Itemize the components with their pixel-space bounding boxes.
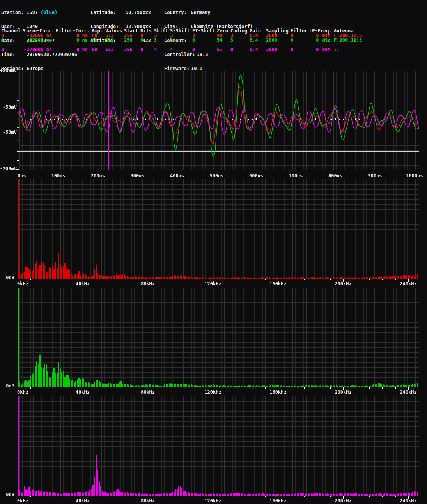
- channel-table-cell: 3: [154, 38, 170, 42]
- channel-table-header-cell: Filter: [291, 28, 309, 33]
- channel-table-cell: 3: [1, 47, 23, 52]
- channel-table-cell: 8: [140, 38, 154, 42]
- spectrum-chart-channel-3: [0, 396, 427, 504]
- channel-table-cell: [1, 42, 23, 47]
- channel-table-cell: 512: [105, 47, 124, 52]
- channel-table-cell: 0 ns: [56, 38, 92, 42]
- controller-label: Controller:: [164, 52, 197, 57]
- channel-table-header-cell: Channel: [1, 28, 23, 33]
- channel-table-cell: 54: [217, 38, 230, 42]
- channel-table-cell: 0: [291, 38, 309, 42]
- channel-table-cell: 512: [105, 38, 124, 42]
- channel-table-row: 3-278000 ns0 nsE051225684405108.4200000 …: [1, 47, 381, 52]
- channel-table-cell: [291, 42, 309, 47]
- channel-table-cell: 0: [192, 47, 217, 52]
- channel-table-cell: [192, 42, 217, 47]
- station-label: Station:: [1, 10, 27, 15]
- channel-table-cell: 0: [192, 33, 217, 38]
- channel-table-header-cell: FT-Shift: [192, 28, 217, 33]
- channel-table-cell: 0: [291, 33, 309, 38]
- controller-line: Controller:19.3: [164, 52, 253, 57]
- channel-table-cell: ;;: [334, 47, 381, 52]
- time-line: Time:20:09:28.772929795: [1, 52, 77, 57]
- channel-table-cell: F;200,12;S: [334, 38, 381, 42]
- channel-table-cell: 2000: [266, 47, 291, 52]
- channel-table-cell: 0 kHz: [309, 38, 334, 42]
- channel-table-cell: 4: [170, 47, 192, 52]
- channel-table-cell: 4: [154, 47, 170, 52]
- time-label: Time:: [1, 52, 27, 57]
- channel-table-cell: [230, 42, 250, 47]
- latitude-label: Latitude:: [90, 10, 119, 15]
- channel-table-cell: 256: [124, 47, 140, 52]
- channel-table-header-cell: S-Shift: [170, 28, 192, 33]
- channel-table-cell: 3: [170, 33, 192, 38]
- channel-table-cell: 3: [230, 38, 250, 42]
- signal-monitor-screen: Station:1597(blue) User:1349 Date:2025-1…: [0, 0, 427, 504]
- channel-table-cell: 8.4: [250, 47, 266, 52]
- station-color-tag: (blue): [41, 10, 57, 15]
- waveform-chart: [0, 69, 427, 178]
- station-number: 1597: [27, 10, 38, 15]
- channel-table-cell: 0 kHz: [309, 47, 334, 52]
- channel-table-row: 1-82000 ns0 nsH051225683305438.4200000 k…: [1, 38, 381, 42]
- channel-table-cell: 0 ns: [56, 47, 92, 52]
- spectrum-chart-channel-1: [0, 287, 427, 396]
- country-value: Germany: [191, 10, 211, 15]
- channel-table-cell: [334, 42, 381, 47]
- channel-table-cell: 0: [192, 38, 217, 42]
- channel-table-cell: 2000: [266, 38, 291, 42]
- channel-table-cell: 0: [291, 47, 309, 52]
- channel-table-cell: 1: [1, 38, 23, 42]
- controller-value: 19.3: [197, 52, 208, 57]
- channel-table-cell: [170, 42, 192, 47]
- country-line: Country:Germany: [164, 10, 253, 15]
- channel-table: ChannelSieve-Corr.Filter-Corr.Amp.Values…: [1, 28, 381, 52]
- channel-table-cell: 0: [230, 47, 250, 52]
- station-line: Station:1597(blue): [1, 10, 77, 15]
- channel-table-cell: 8.4: [250, 38, 266, 42]
- latitude-line: Latitude:50.79xxxx: [90, 10, 151, 15]
- channel-table-cell: 3: [170, 38, 192, 42]
- channel-table-cell: 8: [140, 47, 154, 52]
- latitude-value: 50.79xxxx: [119, 10, 151, 15]
- spectrum-chart-channel-0: [0, 178, 427, 287]
- channel-table-cell: H0: [92, 38, 105, 42]
- channel-table-cell: 0: [1, 33, 23, 38]
- country-label: Country:: [164, 10, 191, 15]
- time-value: 20:09:28.772929795: [27, 52, 77, 57]
- channel-table-cell: -278000 ns: [23, 47, 56, 52]
- channel-table-cell: 51: [217, 47, 230, 52]
- channel-table-cell: E0: [92, 47, 105, 52]
- channel-table-cell: 3: [230, 33, 250, 38]
- channel-table-cell: 256: [124, 38, 140, 42]
- channel-table-header-cell: Coding: [230, 28, 250, 33]
- channel-table-cell: -82000 ns: [23, 38, 56, 42]
